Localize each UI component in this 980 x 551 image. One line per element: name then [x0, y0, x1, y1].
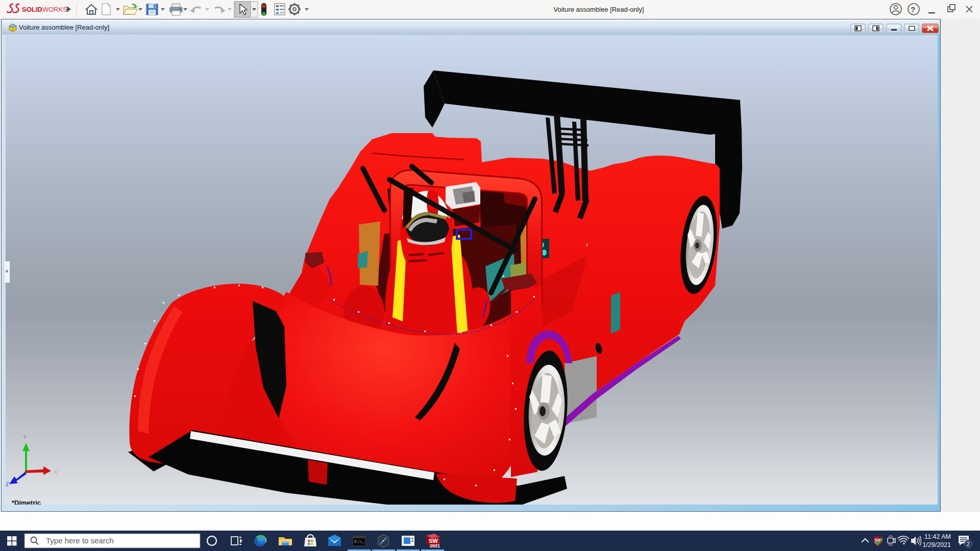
svg-text:Type here to search: Type here to search [46, 536, 114, 545]
svg-text:SOLIDWORKS: SOLIDWORKS [22, 6, 67, 13]
svg-text:Y: Y [23, 434, 27, 440]
svg-text:X: X [54, 469, 58, 475]
svg-text:2: 2 [967, 541, 970, 547]
svg-text:C:\_: C:\_ [354, 539, 364, 544]
svg-text:2021: 2021 [430, 543, 440, 548]
svg-text:*Dimetric: *Dimetric [12, 499, 41, 505]
svg-text:Voiture assomblee [Read-only]: Voiture assomblee [Read-only] [19, 23, 109, 31]
svg-text:1/29/2021: 1/29/2021 [922, 541, 951, 548]
svg-text:Z: Z [6, 481, 9, 487]
svg-text:11:42 AM: 11:42 AM [924, 533, 951, 540]
svg-text:?: ? [911, 5, 915, 14]
